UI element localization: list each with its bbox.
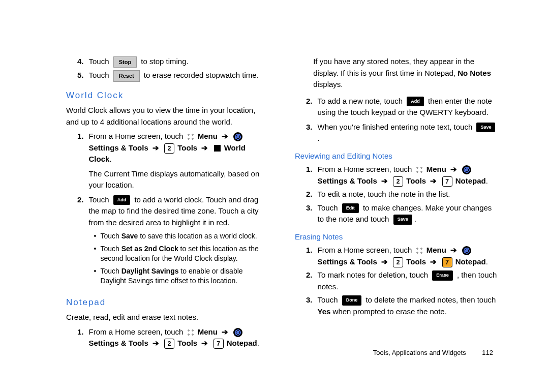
menu-label: Menu xyxy=(198,327,218,336)
settings-tools-label: Settings & Tools xyxy=(89,339,148,347)
step-number: 3. xyxy=(306,202,313,225)
list-item: 5. Touch Reset to erase recorded stopwat… xyxy=(77,70,269,81)
arrow-icon: ➔ xyxy=(430,257,437,266)
list-item: 3. When you're finished entering note te… xyxy=(306,122,498,144)
text: to save this location as a world clock. xyxy=(138,232,257,240)
page-footer: Tools, Applications and Widgets 112 xyxy=(373,349,493,356)
text: The Current Time displays automatically,… xyxy=(89,168,269,191)
gear-icon xyxy=(462,246,471,255)
gear-icon xyxy=(233,132,242,141)
edit-button[interactable]: Edit xyxy=(342,203,359,214)
reviewing-steps: 1. From a Home screen, touch Menu ➔ Sett… xyxy=(295,164,498,225)
text: Touch xyxy=(318,295,338,304)
key-2-icon: 2 xyxy=(393,176,403,187)
stopwatch-steps: 4. Touch Stop to stop timing. 5. Touch R… xyxy=(66,56,269,82)
list-item: • Touch Set as 2nd Clock to set this loc… xyxy=(94,244,269,263)
bullet-icon: • xyxy=(94,266,97,286)
save-button[interactable]: Save xyxy=(393,215,412,225)
footer-section: Tools, Applications and Widgets xyxy=(373,349,466,356)
text: Touch xyxy=(100,245,121,253)
reset-button[interactable]: Reset xyxy=(113,70,140,82)
text: To add a new note, touch xyxy=(318,97,403,105)
list-item: 1. From a Home screen, touch Menu ➔ Sett… xyxy=(77,326,269,349)
stop-button[interactable]: Stop xyxy=(113,56,137,68)
erase-button[interactable]: Erase xyxy=(432,270,453,281)
step-number: 4. xyxy=(77,56,84,68)
step-number: 3. xyxy=(306,122,313,144)
erasing-heading: Erasing Notes xyxy=(295,231,498,243)
arrow-icon: ➔ xyxy=(201,143,208,152)
arrow-icon: ➔ xyxy=(222,327,228,336)
arrow-icon: ➔ xyxy=(222,132,228,140)
black-square-icon xyxy=(214,145,221,152)
menu-grid-icon xyxy=(415,166,423,174)
menu-label: Menu xyxy=(426,165,446,173)
bullet-icon: • xyxy=(94,231,97,241)
world-clock-bullets: • Touch Save to save this location as a … xyxy=(89,231,269,285)
text: From a Home screen, touch xyxy=(89,327,184,336)
gear-icon xyxy=(233,328,242,337)
world-clock-heading: World Clock xyxy=(66,89,269,102)
notepad-label: Notepad xyxy=(455,176,486,185)
key-2-icon: 2 xyxy=(164,339,174,349)
world-clock-intro: World Clock allows you to view the time … xyxy=(66,105,269,128)
list-item: 3. Touch Edit to make changes. Make your… xyxy=(306,202,498,225)
list-item: 2. To add a new note, touch Add then ent… xyxy=(306,96,498,118)
done-button[interactable]: Done xyxy=(342,295,362,306)
notepad-intro: Create, read, edit and erase text notes. xyxy=(66,312,269,323)
text: Touch xyxy=(89,57,109,66)
notepad-heading: Notepad xyxy=(66,296,269,309)
list-item: If you have any stored notes, they appea… xyxy=(306,56,498,91)
key-2-icon: 2 xyxy=(164,143,174,154)
key-7-orange-icon: 7 xyxy=(442,257,452,267)
world-clock-steps: 1. From a Home screen, touch Menu ➔ Sett… xyxy=(66,131,269,288)
text: When you're finished entering note text,… xyxy=(318,123,473,131)
daylight-savings-label: Daylight Savings xyxy=(121,267,179,275)
list-item: 2. Touch Add to add a world clock. Touch… xyxy=(77,194,269,289)
step-number: 2. xyxy=(306,269,313,292)
arrow-icon: ➔ xyxy=(381,176,388,185)
page-body: 4. Touch Stop to stop timing. 5. Touch R… xyxy=(0,0,549,372)
settings-tools-label: Settings & Tools xyxy=(318,257,377,266)
page-number: 112 xyxy=(482,349,493,356)
save-label: Save xyxy=(121,232,138,240)
save-button[interactable]: Save xyxy=(476,123,495,133)
step-number: 1. xyxy=(77,131,84,191)
add-button[interactable]: Add xyxy=(407,97,424,107)
text: From a Home screen, touch xyxy=(89,132,184,140)
list-item: 3. Touch Done to delete the marked notes… xyxy=(306,294,498,317)
step-number: 1. xyxy=(306,245,313,267)
step-number: 2. xyxy=(77,194,84,289)
text: If you have any stored notes, they appea… xyxy=(313,57,474,77)
list-item: 1. From a Home screen, touch Menu ➔ Sett… xyxy=(306,164,498,187)
notepad-steps-left: 1. From a Home screen, touch Menu ➔ Sett… xyxy=(66,326,269,349)
text: when prompted to erase the note. xyxy=(330,307,446,316)
notepad-label: Notepad xyxy=(227,339,257,347)
settings-tools-label: Settings & Tools xyxy=(89,143,148,152)
arrow-icon: ➔ xyxy=(152,339,159,347)
yes-label: Yes xyxy=(318,307,331,316)
tools-label: Tools xyxy=(406,257,426,266)
text: Touch xyxy=(100,267,121,275)
step-number: 1. xyxy=(306,164,313,187)
right-column: If you have any stored notes, they appea… xyxy=(295,56,498,351)
settings-tools-label: Settings & Tools xyxy=(318,176,377,185)
menu-grid-icon xyxy=(187,133,195,141)
text: From a Home screen, touch xyxy=(318,246,412,254)
set-2nd-clock-label: Set as 2nd Clock xyxy=(121,245,178,253)
menu-grid-icon xyxy=(415,247,423,255)
arrow-icon: ➔ xyxy=(152,143,159,152)
menu-label: Menu xyxy=(198,132,218,140)
add-button[interactable]: Add xyxy=(113,195,131,205)
gear-icon xyxy=(462,165,471,174)
erasing-steps: 1. From a Home screen, touch Menu ➔ Sett… xyxy=(295,245,498,317)
arrow-icon: ➔ xyxy=(450,246,457,254)
list-item: 1. From a Home screen, touch Menu ➔ Sett… xyxy=(77,131,269,191)
reviewing-heading: Reviewing and Editing Notes xyxy=(295,150,498,162)
list-item: • Touch Daylight Savings to enable or di… xyxy=(94,266,269,286)
key-7-icon: 7 xyxy=(442,176,452,187)
step-number: 2. xyxy=(306,96,313,118)
no-notes-label: No Notes xyxy=(458,69,491,77)
text: Touch xyxy=(318,203,338,212)
menu-label: Menu xyxy=(426,246,446,254)
